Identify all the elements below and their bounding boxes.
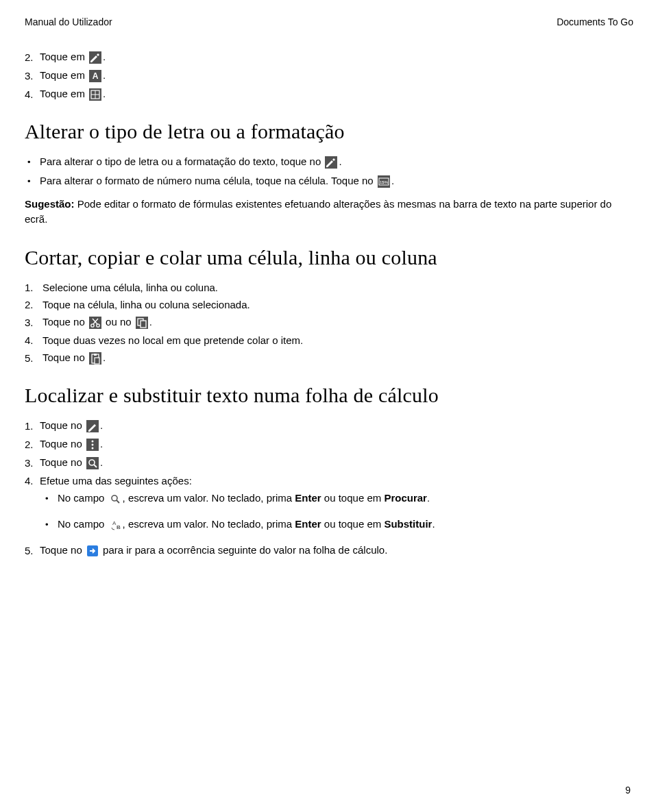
bullet-dot: • [27,175,40,188]
list-body: Toque no . [42,352,106,365]
suggestion-text: Pode editar o formato de fórmulas existe… [25,198,611,225]
list-item: 4.Toque duas vezes no local em que prete… [25,334,633,346]
list-item: 5.Toque no . [25,352,633,365]
numfmt-icon [378,175,390,188]
list-number: 2. [25,439,40,450]
pen-icon [89,51,101,64]
list-body: Selecione uma célula, linha ou coluna. [42,282,218,293]
paste-icon [89,352,101,365]
bold-action: Substituir [384,518,432,530]
list-body: Toque na célula, linha ou coluna selecio… [42,299,250,310]
list-item: 3.Toque no ou no . [25,316,633,329]
list-item: 1.Selecione uma célula, linha ou coluna. [25,282,633,293]
bullet-body: No campo , escreva um valor. No teclado,… [58,492,430,505]
list-body: Toque duas vezes no local em que pretend… [42,334,303,346]
header-right: Documents To Go [557,16,633,27]
bold-key: Enter [295,518,321,530]
list-body: Toque em . [40,51,106,64]
suggestion: Sugestão: Pode editar o formato de fórmu… [25,197,633,227]
bullet-dot: • [45,492,58,506]
bullet-item: •Para alterar o tipo de letra ou a forma… [25,156,633,169]
cut-icon [89,317,101,329]
list-number: 2. [25,51,40,63]
list-number: 1. [25,282,40,293]
list-body: Toque em . [40,88,106,101]
intro-item: 2.Toque em . [25,51,633,64]
list-number: 1. [25,420,40,432]
page-number: 9 [625,785,631,796]
list-number: 4. [25,475,40,487]
list-item: 2.Toque no . [25,438,633,451]
list-body: Toque no . [40,419,103,432]
bold-key: Enter [295,492,321,504]
intro-item: 4.Toque em . [25,88,633,101]
bold-action: Procurar [384,492,427,504]
pen-icon [325,156,337,169]
header-left: Manual do Utilizador [25,16,112,27]
list-number: 5. [25,545,40,556]
bullet-body: Para alterar o formato de número numa cé… [40,175,394,188]
sub-bullet-item: •No campo , escreva um valor. No teclado… [42,518,633,532]
list-body: Toque no ou no . [42,316,152,329]
section1-title: Alterar o tipo de letra ou a formatação [25,120,633,143]
bullet-body: Para alterar o tipo de letra ou a format… [40,156,342,169]
list-body: Toque em . [40,69,106,82]
section2-title: Cortar, copiar e colar uma célula, linha… [25,246,633,269]
section3-title: Localizar e substituir texto numa folha … [25,384,633,407]
list-number: 4. [25,88,40,100]
list-item: 5.Toque no para ir para a ocorrência seg… [25,544,633,557]
list-item: 1.Toque no . [25,419,633,432]
pencil2-icon [86,420,99,432]
list-body: Toque no . [40,456,103,469]
bullet-dot: • [45,518,58,532]
list-body: Efetue uma das seguintes ações: [40,475,192,487]
grid-icon [89,88,101,101]
list-item: 4.Efetue uma das seguintes ações: [25,475,633,487]
suggestion-label: Sugestão: [25,198,77,210]
copy-icon [136,317,148,329]
list-number: 3. [25,70,40,82]
list-number: 3. [25,457,40,469]
list-body: Toque no . [40,438,103,451]
list-number: 5. [25,352,40,364]
bullet-body: No campo , escreva um valor. No teclado,… [58,518,435,531]
list-number: 4. [25,334,40,346]
replace-icon [109,519,121,531]
arrow-icon [86,545,99,557]
list-number: 3. [25,317,40,328]
list-body: Toque no para ir para a ocorrência segui… [40,544,387,557]
a-icon [89,70,101,82]
search-outline-icon [109,493,121,505]
list-item: 3.Toque no . [25,456,633,469]
bullet-item: •Para alterar o formato de número numa c… [25,175,633,188]
search-icon [86,457,99,469]
intro-item: 3.Toque em . [25,69,633,82]
list-number: 2. [25,299,40,310]
more-icon [86,439,99,451]
bullet-dot: • [27,156,40,169]
sub-bullet-item: •No campo , escreva um valor. No teclado… [42,492,633,506]
list-item: 2.Toque na célula, linha ou coluna selec… [25,299,633,310]
